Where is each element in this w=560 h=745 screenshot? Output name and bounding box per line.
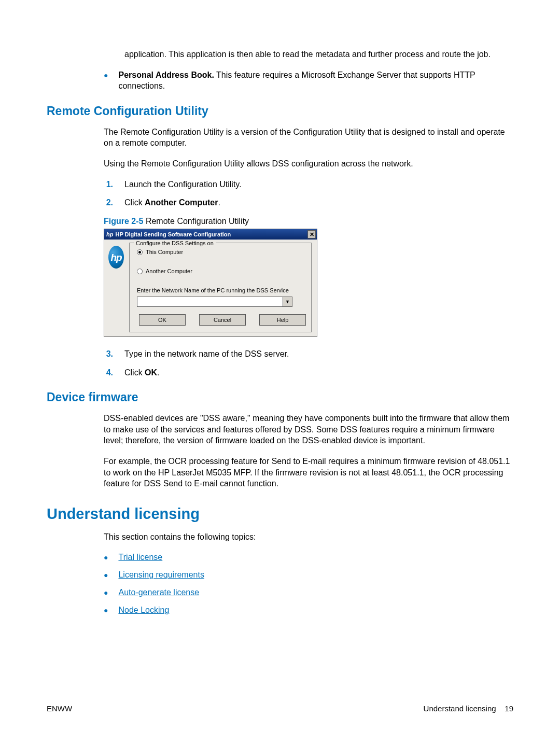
link-bullet-auto: ● Auto-generate license [104, 587, 513, 598]
cancel-button[interactable]: Cancel [199, 314, 246, 326]
ok-button[interactable]: OK [139, 314, 186, 326]
radio-label: This Computer [146, 248, 183, 256]
figure-caption: Figure 2-5 Remote Configuration Utility [104, 216, 513, 227]
step-number: 2. [104, 197, 113, 208]
figure-number: Figure 2-5 [104, 217, 143, 226]
step2-post: . [218, 198, 220, 207]
step-text: Type in the network name of the DSS serv… [124, 348, 289, 360]
chevron-down-icon: ▼ [285, 299, 290, 305]
link-auto-generate-license[interactable]: Auto-generate license [118, 587, 199, 598]
rcu-p2: Using the Remote Configuration Utility a… [104, 158, 513, 170]
firmware-p2: For example, the OCR processing feature … [104, 456, 513, 489]
link-bullet-node: ● Node Locking [104, 605, 513, 616]
step-number: 1. [104, 179, 113, 190]
step2-pre: Click [124, 198, 145, 207]
figure-title: Remote Configuration Utility [143, 217, 249, 226]
dialog-remote-config: hp HP Digital Sending Software Configura… [104, 229, 317, 337]
dropdown-button[interactable]: ▼ [283, 297, 292, 306]
step-number: 4. [104, 367, 113, 378]
rcu-p1: The Remote Configuration Utility is a ve… [104, 126, 513, 149]
footer-right: Understand licensing 19 [424, 704, 513, 714]
bullet-icon: ● [104, 605, 108, 616]
link-bullet-requirements: ● Licensing requirements [104, 569, 513, 581]
step2-bold: Another Computer [145, 198, 218, 207]
step-text: Click Another Computer. [124, 197, 220, 208]
bullet-text: Personal Address Book. This feature requ… [118, 69, 513, 92]
close-button[interactable]: ✕ [307, 230, 316, 238]
bullet-icon: ● [104, 569, 108, 581]
step-1: 1. Launch the Configuration Utility. [104, 179, 513, 190]
step4-post: . [157, 368, 159, 377]
licensing-intro: This section contains the following topi… [104, 531, 513, 543]
bullet-icon: ● [104, 587, 108, 598]
step4-bold: OK [145, 368, 157, 377]
network-name-label: Enter the Network Name of the PC running… [137, 287, 306, 294]
page-footer: ENWW Understand licensing 19 [47, 704, 513, 714]
dialog-title-text: HP Digital Sending Software Configuratio… [115, 231, 231, 238]
step-text: Launch the Configuration Utility. [124, 179, 242, 190]
radio-icon [137, 269, 143, 274]
footer-section: Understand licensing [424, 704, 496, 713]
fieldset-configure-dss: Configure the DSS Settings on This Compu… [129, 243, 312, 332]
bullet-icon: ● [104, 69, 108, 81]
heading-remote-config: Remote Configuration Utility [47, 103, 513, 119]
bullet-personal-address-book: ● Personal Address Book. This feature re… [104, 69, 513, 92]
link-bullet-trial: ● Trial license [104, 552, 513, 563]
step4-pre: Click [124, 368, 145, 377]
close-icon: ✕ [310, 232, 314, 237]
bullet-icon: ● [104, 552, 108, 563]
radio-label: Another Computer [146, 268, 192, 275]
step-text: Click OK. [124, 367, 160, 378]
bullet-pab-lead: Personal Address Book. [118, 71, 214, 79]
link-licensing-requirements[interactable]: Licensing requirements [118, 569, 204, 581]
network-name-input[interactable] [137, 297, 283, 306]
step-number: 3. [104, 348, 113, 360]
help-button[interactable]: Help [259, 314, 306, 326]
link-trial-license[interactable]: Trial license [118, 552, 162, 563]
radio-icon [137, 249, 143, 255]
step-4: 4. Click OK. [104, 367, 513, 378]
radio-another-computer[interactable]: Another Computer [137, 268, 306, 275]
intro-continuation: application. This application is then ab… [124, 49, 513, 60]
step-2: 2. Click Another Computer. [104, 197, 513, 208]
firmware-p1: DSS-enabled devices are "DSS aware," mea… [104, 413, 513, 446]
footer-page-number: 19 [505, 704, 513, 713]
footer-left: ENWW [47, 704, 72, 714]
heading-understand-licensing: Understand licensing [47, 504, 513, 524]
fieldset-legend: Configure the DSS Settings on [134, 240, 216, 247]
radio-this-computer[interactable]: This Computer [137, 248, 306, 256]
link-node-locking[interactable]: Node Locking [118, 605, 169, 616]
step-3: 3. Type in the network name of the DSS s… [104, 348, 513, 360]
hp-logo-icon: hp [108, 246, 124, 269]
hp-title-logo-icon: hp [106, 231, 113, 238]
network-name-combo[interactable]: ▼ [137, 297, 292, 307]
heading-device-firmware: Device firmware [47, 389, 513, 405]
dialog-title-bar: hp HP Digital Sending Software Configura… [104, 229, 317, 240]
